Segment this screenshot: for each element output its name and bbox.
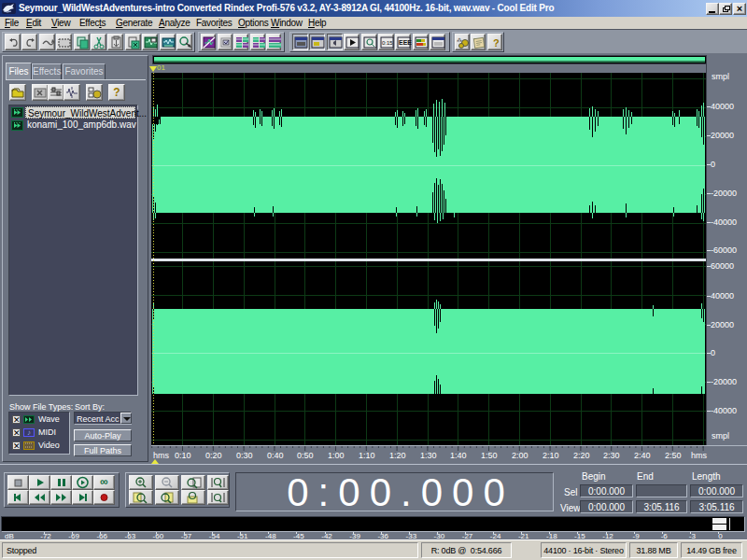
svg-text:0:15: 0:15: [382, 40, 393, 46]
svg-text:⁂: ⁂: [457, 37, 462, 43]
svg-text:EEE: EEE: [399, 39, 412, 46]
svg-text:?: ?: [493, 37, 500, 49]
